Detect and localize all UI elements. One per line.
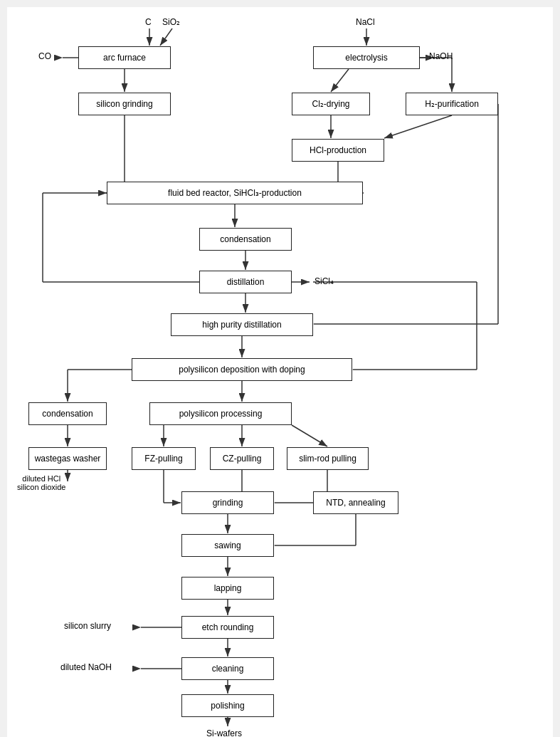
h2-purification-box: H₂-purification: [406, 93, 498, 115]
polysilicon-processing-label: polysilicon processing: [179, 409, 263, 419]
label-diluted-hcl: diluted HCl silicon dioxide: [17, 474, 65, 491]
label-silicon-slurry: silicon slurry: [64, 621, 111, 631]
condensation-label: condensation: [220, 234, 270, 244]
cl2-drying-label: Cl₂-drying: [312, 99, 349, 109]
cleaning-label: cleaning: [212, 664, 244, 674]
high-purity-distillation-label: high purity distillation: [202, 320, 281, 330]
grinding-label: grinding: [213, 498, 243, 508]
silicon-grinding-label: silicon grinding: [96, 99, 152, 109]
slim-rod-pulling-box: slim-rod pulling: [287, 447, 369, 470]
h2-purification-label: H₂-purification: [425, 99, 479, 109]
label-SiO2: SiO₂: [162, 17, 180, 27]
condensation2-box: condensation: [28, 402, 107, 425]
wastegas-washer-box: wastegas washer: [28, 447, 107, 470]
silicon-grinding-box: silicon grinding: [78, 93, 171, 115]
fz-pulling-box: FZ-pulling: [132, 447, 196, 470]
fluid-bed-reactor-box: fluid bed reactor, SiHCl₃-production: [107, 182, 363, 204]
lapping-box: lapping: [181, 577, 274, 600]
polysilicon-deposition-label: polysilicon deposition with doping: [179, 365, 305, 375]
diagram-container: arc furnace electrolysis silicon grindin…: [7, 7, 553, 737]
hcl-production-label: HCl-production: [310, 145, 366, 155]
label-NaOH: NaOH: [429, 51, 453, 61]
svg-line-3: [160, 28, 172, 46]
label-si-wafers: Si-wafers: [206, 728, 242, 737]
grinding-box: grinding: [181, 491, 274, 514]
ntd-annealing-box: NTD, annealing: [313, 491, 398, 514]
electrolysis-label: electrolysis: [345, 53, 387, 63]
svg-line-12: [384, 115, 452, 138]
cleaning-box: cleaning: [181, 657, 274, 680]
cz-pulling-label: CZ-pulling: [223, 454, 262, 464]
polysilicon-processing-box: polysilicon processing: [149, 402, 292, 425]
slim-rod-pulling-label: slim-rod pulling: [299, 454, 356, 464]
etch-rounding-label: etch rounding: [202, 622, 254, 632]
polishing-box: polishing: [181, 694, 274, 717]
svg-line-8: [331, 69, 349, 92]
condensation-box: condensation: [199, 228, 292, 251]
high-purity-distillation-box: high purity distillation: [171, 313, 313, 336]
distillation-box: distillation: [199, 271, 292, 293]
wastegas-washer-label: wastegas washer: [35, 454, 101, 464]
fluid-bed-reactor-label: fluid bed reactor, SiHCl₃-production: [168, 188, 302, 198]
sawing-box: sawing: [181, 534, 274, 557]
arc-furnace-box: arc furnace: [78, 46, 171, 69]
label-diluted-naoh: diluted NaOH: [60, 662, 112, 672]
fz-pulling-label: FZ-pulling: [144, 454, 182, 464]
label-NaCl: NaCl: [356, 17, 375, 27]
hcl-production-box: HCl-production: [292, 139, 384, 162]
lapping-label: lapping: [214, 583, 242, 593]
cz-pulling-box: CZ-pulling: [210, 447, 274, 470]
diagram-inner: arc furnace electrolysis silicon grindin…: [7, 7, 553, 737]
distillation-label: distillation: [227, 277, 265, 287]
etch-rounding-box: etch rounding: [181, 616, 274, 639]
label-SiCl4: SiCl₄: [315, 276, 334, 286]
sawing-label: sawing: [214, 540, 241, 550]
label-CO: CO: [38, 51, 51, 61]
cl2-drying-box: Cl₂-drying: [292, 93, 370, 115]
electrolysis-box: electrolysis: [313, 46, 420, 69]
arc-furnace-label: arc furnace: [103, 53, 146, 63]
condensation2-label: condensation: [42, 409, 93, 419]
ntd-annealing-label: NTD, annealing: [326, 498, 385, 508]
polishing-label: polishing: [211, 701, 244, 711]
polysilicon-deposition-box: polysilicon deposition with doping: [132, 358, 352, 381]
svg-line-35: [292, 425, 327, 446]
label-C: C: [145, 17, 152, 27]
